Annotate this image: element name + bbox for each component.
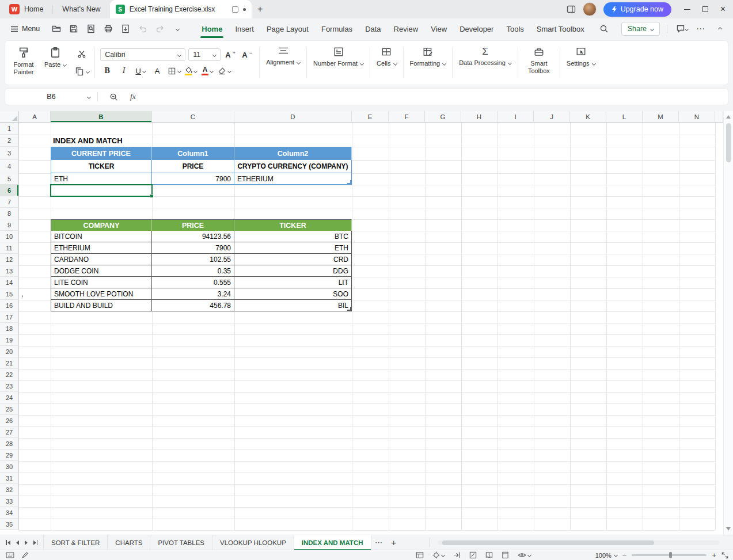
undo-icon[interactable] (135, 21, 150, 36)
active-cell-B6[interactable] (50, 184, 153, 197)
row-header-5[interactable]: 5 (0, 173, 19, 185)
bold-button[interactable]: B (100, 64, 114, 77)
row-header-25[interactable]: 25 (0, 403, 19, 415)
cell-D9[interactable]: TICKER (234, 219, 352, 231)
cell-D3[interactable]: Column2 (234, 147, 352, 160)
column-header-F[interactable]: F (389, 111, 425, 123)
row-header-4[interactable]: 4 (0, 160, 19, 173)
borders-button[interactable] (167, 64, 181, 77)
row-header-28[interactable]: 28 (0, 438, 19, 449)
cell-C15[interactable]: 3.24 (152, 288, 234, 300)
new-tab-button[interactable]: + (252, 0, 269, 18)
more-sheets-button[interactable]: ⋯ (371, 538, 386, 547)
column-header-C[interactable]: C (152, 111, 234, 123)
zoom-level[interactable]: 100% (595, 552, 617, 559)
column-header-J[interactable]: J (534, 111, 570, 123)
row-header-10[interactable]: 10 (0, 231, 19, 242)
redo-icon[interactable] (153, 21, 168, 36)
horizontal-scrollbar[interactable] (438, 540, 719, 545)
maximize-button[interactable] (696, 0, 714, 18)
select-all-corner[interactable] (0, 111, 19, 123)
row-header-32[interactable]: 32 (0, 484, 19, 496)
cell-B15[interactable]: SMOOTH LOVE POTION (51, 288, 152, 300)
zoom-slider-thumb[interactable] (669, 552, 672, 558)
cell-D14[interactable]: LIT (234, 277, 352, 288)
fill-color-button[interactable] (184, 64, 198, 77)
fullscreen-button[interactable] (721, 552, 728, 559)
quick-access-chevron-icon[interactable] (170, 21, 185, 36)
page-layout-view-icon[interactable] (502, 551, 509, 559)
sheet-tab-sort-filter[interactable]: SORT & FILTER (43, 535, 108, 550)
row-header-11[interactable]: 11 (0, 242, 19, 254)
share-button[interactable]: Share (621, 22, 660, 36)
collapse-ribbon-button[interactable] (712, 21, 727, 36)
sheet-tab-index-and-match[interactable]: INDEX AND MATCH (294, 535, 371, 550)
window-layout-icon[interactable] (567, 5, 576, 14)
zoom-slider[interactable] (632, 554, 707, 556)
zoom-out-button[interactable]: − (622, 551, 627, 559)
ribbon-tab-developer[interactable]: Developer (453, 18, 500, 39)
cell-B3[interactable]: CURRENT PRICE (51, 147, 152, 160)
visibility-icon[interactable] (518, 552, 531, 558)
row-header-26[interactable]: 26 (0, 415, 19, 426)
cell-B12[interactable]: CARDANO (51, 254, 152, 265)
row-header-21[interactable]: 21 (0, 357, 19, 369)
sheet-edit-icon[interactable] (469, 551, 477, 559)
increase-font-size-button[interactable]: A+ (223, 48, 237, 61)
cell-D5[interactable]: ETHERIUM (234, 173, 352, 185)
row-header-24[interactable]: 24 (0, 392, 19, 403)
worksheet-grid[interactable]: ABCDEFGHIJKLMN12345678910111213141516171… (0, 111, 723, 535)
close-button[interactable]: × (714, 0, 732, 18)
strikethrough-button[interactable]: A (150, 64, 164, 77)
row-header-27[interactable]: 27 (0, 426, 19, 438)
cell-D4[interactable]: CRYPTO CURRENCY (COMPANY) (234, 160, 352, 173)
cells-button[interactable]: Cells (372, 43, 401, 83)
vertical-scroll-thumb[interactable] (726, 123, 731, 162)
row-header-13[interactable]: 13 (0, 265, 19, 277)
cell-B4[interactable]: TICKER (51, 160, 152, 173)
ribbon-tab-smart-toolbox[interactable]: Smart Toolbox (530, 18, 591, 39)
number-format-button[interactable]: Number Format (309, 43, 368, 83)
next-sheet-button[interactable] (24, 538, 29, 548)
cell-C13[interactable]: 0.35 (152, 265, 234, 277)
ribbon-tab-tools[interactable]: Tools (500, 18, 530, 39)
sheet-tab-pivot-tables[interactable]: PIVOT TABLES (150, 535, 212, 550)
jump-to-icon[interactable] (453, 551, 461, 559)
cell-C5[interactable]: 7900 (152, 173, 234, 185)
row-header-1[interactable]: 1 (0, 123, 19, 135)
row-header-2[interactable]: 2 (0, 135, 19, 147)
row-header-16[interactable]: 16 (0, 300, 19, 311)
ribbon-tab-home[interactable]: Home (195, 18, 229, 39)
ribbon-tab-review[interactable]: Review (388, 18, 425, 39)
row-header-29[interactable]: 29 (0, 449, 19, 461)
cell-D16[interactable]: BIL (234, 300, 352, 311)
column-header-L[interactable]: L (606, 111, 643, 123)
save-icon[interactable] (66, 21, 81, 36)
formula-input[interactable] (144, 89, 728, 105)
clear-formatting-button[interactable] (217, 64, 231, 77)
cell-D12[interactable]: CRD (234, 254, 352, 265)
column-header-A[interactable]: A (19, 111, 51, 123)
row-header-31[interactable]: 31 (0, 473, 19, 484)
column-header-B[interactable]: B (51, 111, 152, 123)
row-header-17[interactable]: 17 (0, 311, 19, 323)
cell-B2[interactable]: INDEX AND MATCH (51, 135, 152, 147)
menu-button[interactable]: Menu (6, 25, 44, 33)
alignment-button[interactable]: Alignment (261, 43, 305, 83)
column-header-I[interactable]: I (497, 111, 534, 123)
column-header-H[interactable]: H (461, 111, 497, 123)
cell-C4[interactable]: PRICE (152, 160, 234, 173)
row-header-20[interactable]: 20 (0, 346, 19, 357)
cell-B11[interactable]: ETHERIUM (51, 242, 152, 254)
table-resize-handle[interactable] (347, 307, 351, 311)
column-header-M[interactable]: M (643, 111, 679, 123)
print-preview-icon[interactable] (83, 21, 98, 36)
fill-handle[interactable] (150, 194, 154, 198)
cell-D15[interactable]: SOO (234, 288, 352, 300)
whats-new-tab[interactable]: What's New (53, 0, 109, 18)
fx-icon[interactable]: fx (130, 92, 136, 101)
data-processing-button[interactable]: Σ Data Processing (454, 43, 516, 83)
print-icon[interactable] (101, 21, 116, 36)
ribbon-tab-formulas[interactable]: Formulas (315, 18, 359, 39)
row-header-23[interactable]: 23 (0, 380, 19, 392)
